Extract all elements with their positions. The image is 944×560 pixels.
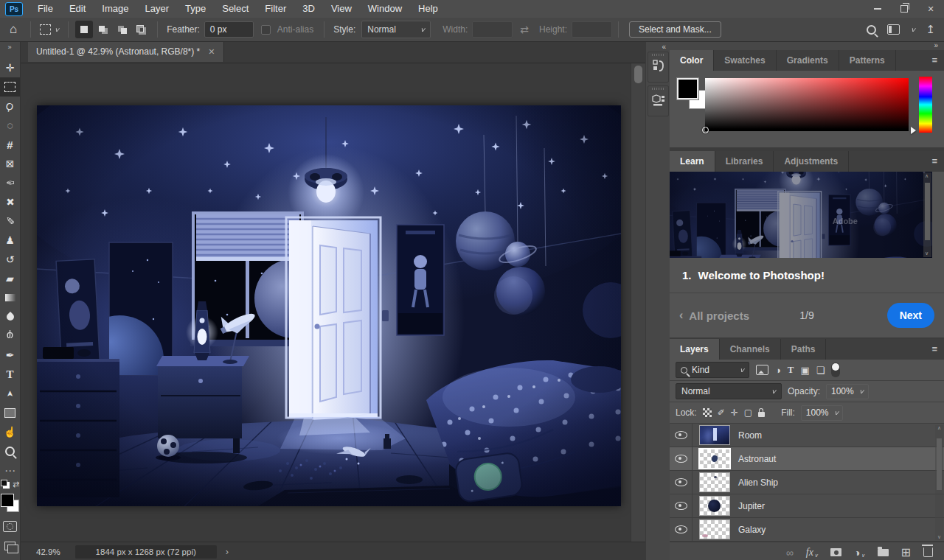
status-chevron-icon[interactable]: › [226,546,229,557]
tool-eraser[interactable]: ▰ [0,269,20,288]
quick-mask-button[interactable] [3,521,17,532]
filter-pixel-layers-icon[interactable] [756,365,768,375]
menu-item[interactable]: View [323,0,360,18]
layer-thumbnail[interactable] [699,519,730,539]
hue-slider-arrow[interactable] [911,127,916,134]
lock-artboard-icon[interactable]: ▢ [744,407,752,418]
filter-adjustment-layers-icon[interactable]: ◑ [775,365,781,376]
tool-rectangle[interactable] [0,403,20,422]
layer-thumbnail[interactable] [699,449,730,469]
swap-colors-icon[interactable]: ⇄ [13,480,19,489]
panel-menu-icon[interactable]: ≡ [931,155,937,167]
layer-row-room[interactable]: Room [670,424,944,447]
swap-dimensions-icon[interactable]: ⇄ [520,24,529,35]
tab-channels[interactable]: Channels [720,339,781,360]
fill-input[interactable]: 100% ∨ [801,405,844,421]
photoshop-logo[interactable]: Ps [5,2,23,16]
new-layer-icon[interactable]: ⊞ [901,547,911,559]
learn-scrollbar[interactable]: ∧∨ [923,172,931,257]
style-dropdown[interactable]: Normal ∨ [361,21,431,38]
tool-type[interactable]: T [0,365,20,384]
menu-item[interactable]: Type [177,0,214,18]
3d-panel-button[interactable] [648,85,669,116]
layer-visibility-toggle[interactable] [670,518,693,541]
add-layer-mask-icon[interactable] [830,548,841,556]
tool-path-selection[interactable]: ➤ [0,384,20,403]
tool-eyedropper[interactable]: ✑ [0,173,20,192]
tab-close-icon[interactable]: ✕ [208,47,215,57]
menu-item[interactable]: Layer [137,0,178,18]
layer-row-astronaut[interactable]: Astronaut [670,447,944,471]
tool-blur[interactable] [0,307,20,326]
tool-gradient[interactable] [0,288,20,307]
tab-patterns[interactable]: Patterns [839,50,896,71]
collapse-dock-icon[interactable]: « [662,43,666,51]
document-tab[interactable]: Untitled-1 @ 42.9% (Astronaut, RGB/8*) *… [28,41,224,62]
layer-row-alien-ship[interactable]: Alien Ship [670,471,944,494]
layer-thumbnail[interactable] [699,472,730,492]
tool-healing-brush[interactable]: ✚ [0,192,20,211]
tool-rectangular-marquee[interactable] [0,77,20,97]
menu-item[interactable]: Edit [61,0,94,18]
new-group-icon[interactable] [878,549,889,556]
menu-item[interactable]: File [30,0,61,18]
select-and-mask-button[interactable]: Select and Mask... [629,21,721,38]
menu-item[interactable]: Image [94,0,136,18]
height-input[interactable] [572,21,612,38]
tool-preset-picker[interactable]: ∨ [40,24,59,35]
tool-clone-stamp[interactable]: ♟ [0,231,20,250]
filter-smart-objects-icon[interactable]: ❏ [816,365,825,376]
tab-swatches[interactable]: Swatches [714,50,776,71]
filter-shape-layers-icon[interactable]: ▣ [801,365,810,376]
close-button[interactable]: ✕ [917,1,944,17]
foreground-color-swatch[interactable] [1,494,14,507]
history-panel-button[interactable] [648,52,669,83]
tool-crop[interactable]: # [0,135,20,154]
search-icon[interactable] [867,25,876,35]
lock-all-icon[interactable] [758,412,765,417]
tab-paths[interactable]: Paths [781,339,827,360]
chevron-down-icon[interactable]: ∨ [909,27,915,33]
menu-item[interactable]: Select [214,0,257,18]
toolbar-expand-icon[interactable]: » [7,43,12,51]
tool-move[interactable]: ✛ [0,58,20,77]
panel-menu-icon[interactable]: ≡ [931,343,937,354]
foreground-color-swatch[interactable] [677,78,698,99]
layer-row-jupiter[interactable]: Jupiter [670,494,944,518]
color-field-cursor[interactable] [702,127,709,133]
tool-history-brush[interactable]: ↺ [0,250,20,269]
blend-mode-dropdown[interactable]: Normal ∨ [676,383,782,399]
tool-hand[interactable]: ☝ [0,422,20,441]
canvas-vertical-scrollbar[interactable] [631,63,646,542]
feather-input[interactable]: 0 px [204,21,254,38]
zoom-level[interactable]: 42.9% [36,547,60,556]
layers-scrollbar[interactable]: ∧∨ [935,425,943,540]
tab-adjustments[interactable]: Adjustments [774,151,849,172]
tab-libraries[interactable]: Libraries [715,151,774,172]
filter-toggle[interactable] [831,363,840,377]
menu-item[interactable]: Help [410,0,446,18]
restore-button[interactable] [891,1,917,17]
tab-color[interactable]: Color [670,50,714,71]
collapse-panels-icon[interactable]: » [934,41,938,49]
layer-effects-icon[interactable]: fx∨ [806,547,818,558]
layer-visibility-toggle[interactable] [670,424,693,447]
lock-paint-icon[interactable]: ✐ [718,407,725,418]
screen-mode-button[interactable] [4,542,15,550]
back-chevron-icon[interactable]: ‹ [679,309,683,322]
menu-item[interactable]: Filter [257,0,294,18]
tool-zoom[interactable] [0,441,20,461]
filter-type-layers-icon[interactable]: T [788,364,794,376]
tool-brush[interactable]: ✐ [0,211,20,231]
saturation-brightness-field[interactable] [705,78,909,131]
workspace-icon[interactable] [887,24,900,35]
home-icon[interactable]: ⌂ [10,22,17,37]
tab-gradients[interactable]: Gradients [777,50,839,71]
layer-visibility-toggle[interactable] [670,447,693,470]
link-layers-icon[interactable]: ∞ [786,547,794,558]
add-to-selection-button[interactable] [94,21,112,38]
layer-row-galaxy[interactable]: Galaxy [670,518,944,542]
new-selection-button[interactable] [75,21,93,38]
adjustment-layer-icon[interactable]: ◑∨ [854,547,865,558]
layer-thumbnail[interactable] [699,425,730,445]
